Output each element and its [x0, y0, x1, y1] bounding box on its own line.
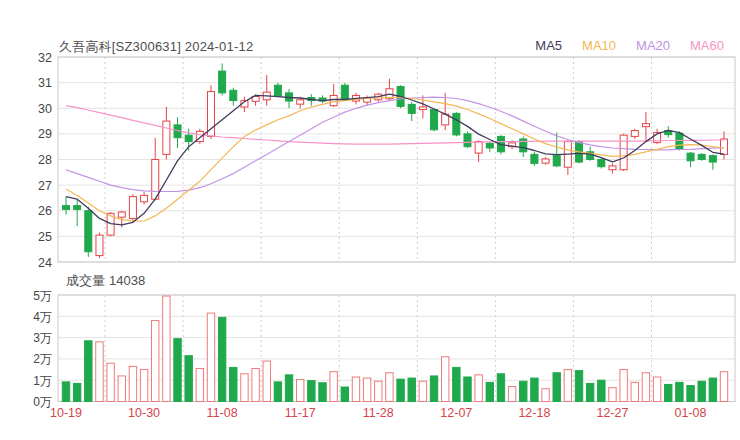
candle-body	[96, 235, 103, 256]
date-tick-label: 01-08	[675, 406, 707, 420]
volume-tick-label: 5万	[33, 289, 52, 303]
gridlines	[58, 57, 735, 402]
price-tick-label: 31	[38, 76, 52, 90]
volume-bar	[564, 370, 571, 402]
volume-bar	[263, 361, 270, 401]
volume-tick-label: 3万	[33, 331, 52, 345]
volume-bar	[586, 383, 593, 401]
candle-body	[141, 195, 148, 201]
volume-bar	[665, 384, 672, 401]
candle-body	[330, 95, 337, 105]
volume-bar	[96, 342, 103, 402]
candle-body	[486, 143, 493, 148]
volume-bar	[531, 378, 538, 401]
volume-bar	[330, 372, 337, 402]
candle-body	[297, 100, 304, 104]
date-tick-label: 12-07	[440, 406, 472, 420]
candle-body	[419, 107, 426, 110]
candle-body	[63, 206, 70, 210]
candle-body	[431, 110, 438, 130]
kline-volume-chart[interactable]: 3231302928272625245万4万3万2万1万0万10-1910-30…	[0, 0, 740, 440]
candle-body	[609, 166, 616, 170]
price-tick-label: 30	[38, 102, 52, 116]
candle-body	[721, 139, 728, 154]
volume-bar	[297, 380, 304, 402]
candle-body	[687, 153, 694, 161]
stock-chart-panel: 久吾高科[SZ300631] 2024-01-12 MA5 MA10 MA20 …	[0, 0, 740, 440]
candle-body	[642, 124, 649, 127]
volume-bar	[274, 382, 281, 402]
volume-bar	[341, 387, 348, 401]
volume-bar	[207, 313, 214, 401]
volume-bar	[152, 321, 159, 402]
candle-body	[464, 134, 471, 147]
candle-body	[74, 206, 81, 210]
volume-bar	[196, 368, 203, 401]
date-tick-label: 12-27	[596, 406, 628, 420]
volume-bar	[140, 370, 147, 402]
volume-bar	[85, 341, 92, 402]
candle-body	[698, 154, 705, 159]
price-tick-label: 24	[38, 256, 52, 270]
candle-body	[475, 142, 482, 154]
volume-bar	[129, 366, 136, 401]
volume-bar	[441, 357, 448, 402]
candle-body	[553, 156, 560, 166]
volume-bar	[430, 376, 437, 402]
date-tick-label: 11-08	[207, 406, 238, 420]
candle-body	[207, 92, 214, 137]
volume-bar	[363, 378, 370, 401]
volume-bar	[241, 374, 248, 402]
date-tick-label: 10-19	[50, 406, 82, 420]
candle-body	[152, 160, 159, 200]
volume-bar	[73, 383, 80, 401]
candle-body	[542, 159, 549, 163]
volume-bar	[397, 379, 404, 401]
volume-bar	[620, 370, 627, 402]
volume-bar	[163, 296, 170, 401]
volume-bar	[252, 368, 259, 401]
volume-bar	[386, 373, 393, 402]
volume-bar	[218, 317, 225, 401]
volume-bar	[352, 377, 359, 401]
volume-bar	[698, 381, 705, 401]
volume-bar	[709, 378, 716, 401]
volume-bar	[676, 382, 683, 401]
candle-body	[408, 104, 415, 113]
candle-body	[85, 211, 92, 252]
volume-bar	[631, 382, 638, 401]
volume-bar	[642, 373, 649, 402]
candle-body	[531, 154, 538, 163]
volume-bar	[308, 381, 315, 402]
candle-body	[274, 85, 281, 96]
candle-body	[598, 160, 605, 167]
candle-body	[676, 133, 683, 149]
date-tick-label: 11-17	[285, 406, 316, 420]
candle-body	[631, 131, 638, 137]
volume-bar	[497, 374, 504, 402]
volume-bar	[230, 367, 237, 401]
date-tick-label: 11-28	[363, 406, 394, 420]
volume-bar	[520, 381, 527, 401]
axis-labels: 3231302928272625245万4万3万2万1万0万10-1910-30…	[33, 51, 706, 421]
volume-bar	[609, 388, 616, 402]
volume-bar	[319, 383, 326, 402]
volume-bar	[598, 380, 605, 401]
candle-body	[118, 212, 125, 217]
candle-body	[709, 156, 716, 162]
volume-bar	[542, 389, 549, 402]
volume-tick-label: 4万	[33, 310, 52, 324]
price-tick-label: 25	[38, 230, 52, 244]
volume-bar	[486, 382, 493, 401]
date-tick-label: 12-18	[518, 406, 550, 420]
volume-bar	[653, 377, 660, 401]
volume-bar	[553, 373, 560, 402]
volume-tick-label: 2万	[33, 352, 52, 366]
volume-bar	[453, 367, 460, 401]
price-tick-label: 27	[38, 179, 52, 193]
price-tick-label: 28	[38, 153, 52, 167]
volume-bar	[475, 375, 482, 402]
volume-bars	[62, 296, 727, 401]
volume-bar	[408, 378, 415, 401]
date-tick-label: 10-30	[128, 406, 160, 420]
